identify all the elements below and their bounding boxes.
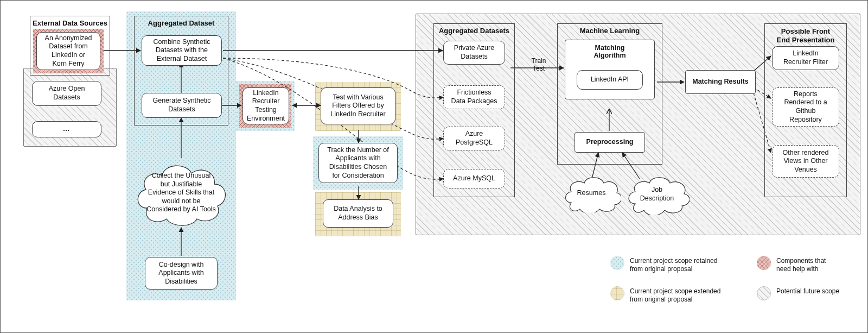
header-machine-learning: Machine Learning bbox=[580, 23, 640, 40]
node-private-azure: Private Azure Datasets bbox=[443, 41, 505, 65]
label-jobdesc: Job Description bbox=[633, 186, 682, 203]
node-ellipsis: … bbox=[32, 121, 101, 137]
node-matching-results: Matching Results bbox=[685, 70, 756, 94]
node-other-views: Other rendered Views in Other Venues bbox=[772, 145, 839, 178]
legend-label-yellow: Current project scope extended from orig… bbox=[630, 286, 720, 304]
legend-swatch-grey bbox=[757, 286, 771, 300]
header-aggregated-datasets: Aggregated Datasets bbox=[439, 23, 509, 40]
legend-swatch-blue bbox=[610, 256, 624, 270]
node-recruiter-env: LinkedIn Recruiter Testing Environment bbox=[242, 87, 289, 124]
diagram-canvas: External Data Sources Aggregated Dataset… bbox=[0, 0, 868, 333]
node-data-analysis: Data Analysis to Address Bias bbox=[323, 199, 393, 228]
node-recruiter-filter: LinkedIn Recruiter Filter bbox=[772, 46, 839, 70]
label-resumes: Resumes bbox=[570, 189, 614, 198]
legend-label-red: Components that need help with bbox=[776, 256, 826, 273]
node-reports-github: Reports Rendered to a Github Repository bbox=[772, 87, 839, 127]
header-external-sources: External Data Sources bbox=[33, 16, 107, 33]
node-azure-open: Azure Open Datasets bbox=[32, 81, 101, 106]
legend-swatch-red bbox=[757, 256, 771, 270]
legend-label-grey: Potential future scope bbox=[776, 286, 839, 296]
node-anon-dataset: An Anonymized Dataset from LinkedIn or K… bbox=[36, 32, 100, 70]
node-resumes-cloud: Resumes bbox=[561, 174, 621, 212]
node-azure-pg: Azure PostgreSQL bbox=[443, 127, 505, 150]
node-track-number: Track the Number of Applicants with Disa… bbox=[318, 143, 398, 183]
legend-label-blue: Current project scope retained from orig… bbox=[630, 256, 717, 273]
node-preprocessing: Preprocessing bbox=[575, 132, 645, 153]
node-codesign: Co-design with Applicants with Disabilit… bbox=[145, 257, 218, 290]
node-generate: Generate Synthetic Datasets bbox=[142, 93, 222, 118]
label-collect-cloud: Collect the Unusual but Justifiable Evid… bbox=[139, 172, 224, 214]
node-test-filters: Test with Various Filters Offered by Lin… bbox=[321, 87, 395, 124]
node-frictionless: Frictionless Data Packages bbox=[443, 85, 505, 109]
header-aggregated-dataset: Aggregated Dataset bbox=[148, 16, 215, 33]
node-combine: Combine Synthetic Datasets with the Exte… bbox=[142, 35, 222, 66]
legend: Current project scope retained from orig… bbox=[610, 256, 860, 321]
legend-swatch-yellow bbox=[610, 286, 624, 300]
label-matching-algo: Matching Algorithm bbox=[565, 44, 655, 59]
node-collect-cloud: Collect the Unusual but Justifiable Evid… bbox=[132, 158, 231, 228]
edge-label-train-test: Train Test bbox=[524, 57, 554, 73]
node-azure-mysql: Azure MySQL bbox=[443, 169, 505, 189]
node-linkedin-api: LinkedIn API bbox=[577, 70, 643, 90]
node-jobdesc-cloud: Job Description bbox=[624, 174, 690, 215]
